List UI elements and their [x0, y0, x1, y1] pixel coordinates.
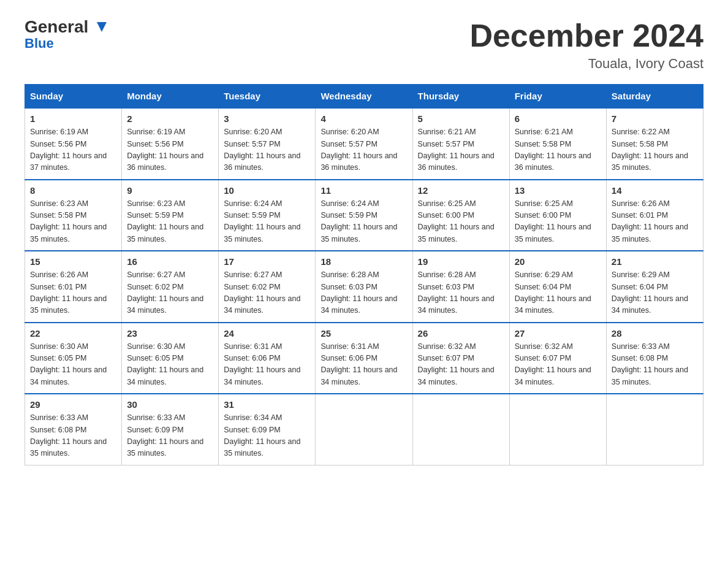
day-number: 10 [224, 185, 310, 196]
calendar-cell: 10Sunrise: 6:24 AMSunset: 5:59 PMDayligh… [219, 180, 316, 251]
day-info: Sunrise: 6:26 AMSunset: 6:01 PMDaylight:… [612, 198, 698, 246]
calendar-cell: 17Sunrise: 6:27 AMSunset: 6:02 PMDayligh… [219, 251, 316, 323]
calendar-cell: 18Sunrise: 6:28 AMSunset: 6:03 PMDayligh… [316, 251, 412, 323]
calendar-cell: 12Sunrise: 6:25 AMSunset: 6:00 PMDayligh… [412, 180, 509, 251]
calendar-cell: 1Sunrise: 6:19 AMSunset: 5:56 PMDaylight… [25, 108, 122, 180]
day-info: Sunrise: 6:25 AMSunset: 6:00 PMDaylight:… [515, 198, 601, 246]
day-number: 29 [30, 399, 116, 410]
day-number: 9 [127, 185, 213, 196]
day-number: 30 [127, 399, 213, 410]
day-info: Sunrise: 6:32 AMSunset: 6:07 PMDaylight:… [418, 341, 504, 389]
day-number: 16 [127, 256, 213, 267]
calendar-cell: 6Sunrise: 6:21 AMSunset: 5:58 PMDaylight… [509, 108, 606, 180]
month-year-title: December 2024 [469, 18, 703, 53]
calendar-body: 1Sunrise: 6:19 AMSunset: 5:56 PMDaylight… [25, 108, 703, 465]
day-info: Sunrise: 6:27 AMSunset: 6:02 PMDaylight:… [127, 269, 213, 317]
day-info: Sunrise: 6:30 AMSunset: 6:05 PMDaylight:… [30, 341, 116, 389]
day-number: 8 [30, 185, 116, 196]
day-info: Sunrise: 6:33 AMSunset: 6:09 PMDaylight:… [127, 412, 213, 460]
day-number: 19 [418, 256, 504, 267]
day-number: 28 [612, 328, 698, 339]
day-number: 13 [515, 185, 601, 196]
day-number: 7 [612, 113, 698, 124]
day-info: Sunrise: 6:20 AMSunset: 5:57 PMDaylight:… [224, 126, 310, 174]
calendar-cell [316, 394, 412, 465]
day-number: 15 [30, 256, 116, 267]
header-friday: Friday [509, 85, 606, 109]
day-info: Sunrise: 6:22 AMSunset: 5:58 PMDaylight:… [612, 126, 698, 174]
calendar-cell: 28Sunrise: 6:33 AMSunset: 6:08 PMDayligh… [606, 323, 703, 394]
calendar-cell: 16Sunrise: 6:27 AMSunset: 6:02 PMDayligh… [122, 251, 219, 323]
day-info: Sunrise: 6:29 AMSunset: 6:04 PMDaylight:… [612, 269, 698, 317]
day-info: Sunrise: 6:33 AMSunset: 6:08 PMDaylight:… [612, 341, 698, 389]
day-info: Sunrise: 6:28 AMSunset: 6:03 PMDaylight:… [320, 269, 407, 317]
calendar-cell: 22Sunrise: 6:30 AMSunset: 6:05 PMDayligh… [25, 323, 122, 394]
day-info: Sunrise: 6:20 AMSunset: 5:57 PMDaylight:… [320, 126, 407, 174]
day-number: 3 [224, 113, 310, 124]
logo-blue: Blue [25, 36, 54, 51]
day-info: Sunrise: 6:29 AMSunset: 6:04 PMDaylight:… [515, 269, 601, 317]
calendar-cell: 31Sunrise: 6:34 AMSunset: 6:09 PMDayligh… [219, 394, 316, 465]
location-subtitle: Touala, Ivory Coast [469, 56, 703, 72]
day-info: Sunrise: 6:24 AMSunset: 5:59 PMDaylight:… [224, 198, 310, 246]
week-row-5: 29Sunrise: 6:33 AMSunset: 6:08 PMDayligh… [25, 394, 703, 465]
week-row-4: 22Sunrise: 6:30 AMSunset: 6:05 PMDayligh… [25, 323, 703, 394]
calendar-cell: 19Sunrise: 6:28 AMSunset: 6:03 PMDayligh… [412, 251, 509, 323]
week-row-3: 15Sunrise: 6:26 AMSunset: 6:01 PMDayligh… [25, 251, 703, 323]
day-number: 26 [418, 328, 504, 339]
day-info: Sunrise: 6:26 AMSunset: 6:01 PMDaylight:… [30, 269, 116, 317]
svg-marker-0 [97, 22, 107, 32]
header-monday: Monday [122, 85, 219, 109]
calendar-header: SundayMondayTuesdayWednesdayThursdayFrid… [25, 85, 703, 109]
calendar-cell: 27Sunrise: 6:32 AMSunset: 6:07 PMDayligh… [509, 323, 606, 394]
day-number: 27 [515, 328, 601, 339]
day-info: Sunrise: 6:21 AMSunset: 5:57 PMDaylight:… [418, 126, 504, 174]
day-info: Sunrise: 6:23 AMSunset: 5:58 PMDaylight:… [30, 198, 116, 246]
calendar-cell: 4Sunrise: 6:20 AMSunset: 5:57 PMDaylight… [316, 108, 412, 180]
day-number: 12 [418, 185, 504, 196]
calendar-cell: 5Sunrise: 6:21 AMSunset: 5:57 PMDaylight… [412, 108, 509, 180]
header-wednesday: Wednesday [316, 85, 412, 109]
day-number: 21 [612, 256, 698, 267]
day-number: 23 [127, 328, 213, 339]
day-number: 18 [320, 256, 407, 267]
day-info: Sunrise: 6:28 AMSunset: 6:03 PMDaylight:… [418, 269, 504, 317]
calendar-cell: 2Sunrise: 6:19 AMSunset: 5:56 PMDaylight… [122, 108, 219, 180]
calendar-cell: 29Sunrise: 6:33 AMSunset: 6:08 PMDayligh… [25, 394, 122, 465]
title-section: December 2024 Touala, Ivory Coast [469, 18, 703, 72]
day-number: 5 [418, 113, 504, 124]
calendar-cell: 24Sunrise: 6:31 AMSunset: 6:06 PMDayligh… [219, 323, 316, 394]
calendar-cell: 11Sunrise: 6:24 AMSunset: 5:59 PMDayligh… [316, 180, 412, 251]
calendar-cell [412, 394, 509, 465]
header-tuesday: Tuesday [219, 85, 316, 109]
page-header: General Blue December 2024 Touala, Ivory… [25, 18, 703, 72]
logo-general: General [25, 18, 94, 36]
day-info: Sunrise: 6:31 AMSunset: 6:06 PMDaylight:… [224, 341, 310, 389]
day-number: 25 [320, 328, 407, 339]
calendar-cell: 30Sunrise: 6:33 AMSunset: 6:09 PMDayligh… [122, 394, 219, 465]
header-sunday: Sunday [25, 85, 122, 109]
calendar-cell: 8Sunrise: 6:23 AMSunset: 5:58 PMDaylight… [25, 180, 122, 251]
day-info: Sunrise: 6:19 AMSunset: 5:56 PMDaylight:… [30, 126, 116, 174]
day-number: 4 [320, 113, 407, 124]
calendar-cell: 13Sunrise: 6:25 AMSunset: 6:00 PMDayligh… [509, 180, 606, 251]
calendar-cell: 25Sunrise: 6:31 AMSunset: 6:06 PMDayligh… [316, 323, 412, 394]
day-number: 6 [515, 113, 601, 124]
day-number: 1 [30, 113, 116, 124]
calendar-cell: 7Sunrise: 6:22 AMSunset: 5:58 PMDaylight… [606, 108, 703, 180]
day-info: Sunrise: 6:27 AMSunset: 6:02 PMDaylight:… [224, 269, 310, 317]
calendar-cell [606, 394, 703, 465]
calendar-cell [509, 394, 606, 465]
calendar-cell: 3Sunrise: 6:20 AMSunset: 5:57 PMDaylight… [219, 108, 316, 180]
day-number: 22 [30, 328, 116, 339]
day-number: 11 [320, 185, 407, 196]
week-row-2: 8Sunrise: 6:23 AMSunset: 5:58 PMDaylight… [25, 180, 703, 251]
day-info: Sunrise: 6:23 AMSunset: 5:59 PMDaylight:… [127, 198, 213, 246]
calendar-cell: 20Sunrise: 6:29 AMSunset: 6:04 PMDayligh… [509, 251, 606, 323]
day-number: 24 [224, 328, 310, 339]
day-number: 31 [224, 399, 310, 410]
logo: General Blue [25, 18, 108, 52]
week-row-1: 1Sunrise: 6:19 AMSunset: 5:56 PMDaylight… [25, 108, 703, 180]
day-info: Sunrise: 6:21 AMSunset: 5:58 PMDaylight:… [515, 126, 601, 174]
day-info: Sunrise: 6:24 AMSunset: 5:59 PMDaylight:… [320, 198, 407, 246]
